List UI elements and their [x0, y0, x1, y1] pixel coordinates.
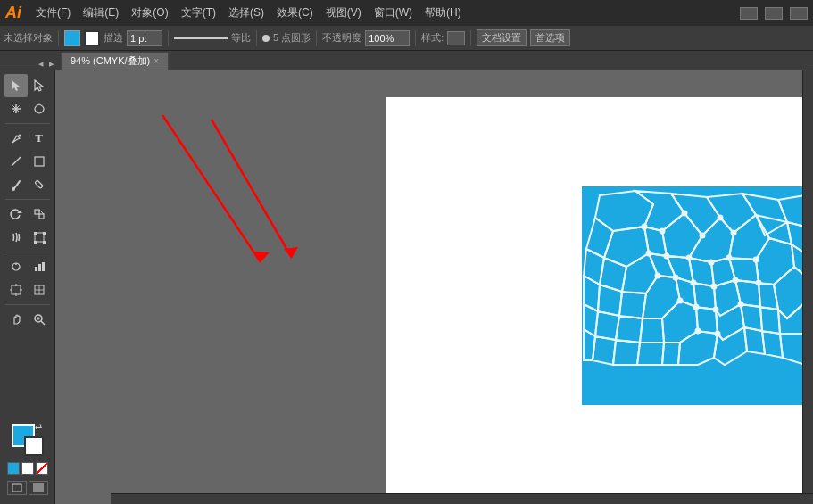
tool-row-pen: T [2, 127, 54, 150]
menu-help[interactable]: 帮助(H) [419, 4, 467, 22]
white-swatch[interactable] [21, 462, 34, 475]
tab-close-button[interactable]: × [153, 56, 159, 66]
select-tool-button[interactable] [4, 74, 28, 97]
svg-point-49 [687, 256, 692, 260]
svg-point-58 [678, 299, 683, 303]
tab-nav-right[interactable]: ▸ [46, 58, 57, 70]
menu-object[interactable]: 对象(O) [126, 4, 173, 22]
window-max[interactable] [765, 7, 783, 20]
svg-point-63 [696, 329, 701, 334]
stroke-width-input[interactable] [127, 30, 162, 46]
fill-color-box[interactable] [64, 30, 80, 46]
brush-tool-button[interactable] [4, 173, 28, 196]
opacity-label: 不透明度 [322, 31, 361, 45]
free-transform-tool-button[interactable] [28, 226, 51, 249]
vertical-scrollbar[interactable] [802, 70, 813, 493]
svg-rect-18 [34, 241, 37, 244]
window-close[interactable] [790, 7, 808, 20]
artwork [582, 186, 809, 405]
menu-file[interactable]: 文件(F) [30, 4, 76, 22]
menu-type[interactable]: 文字(T) [176, 4, 221, 22]
window-min[interactable] [740, 7, 758, 20]
style-swatch[interactable] [447, 31, 465, 45]
stroke-color-box[interactable] [84, 30, 100, 46]
horizontal-scrollbar[interactable] [111, 493, 813, 504]
tool-divider-2 [5, 199, 50, 200]
svg-point-62 [757, 281, 761, 285]
svg-point-57 [754, 258, 759, 262]
dot-count-label: 5 点圆形 [273, 31, 311, 45]
toolbar-separator-6 [470, 30, 471, 46]
svg-line-36 [41, 321, 45, 325]
swap-colors-icon[interactable]: ⇄ [35, 422, 46, 433]
svg-marker-68 [284, 247, 298, 258]
menu-bar: 文件(F) 编辑(E) 对象(O) 文字(T) 选择(S) 效果(C) 视图(V… [30, 4, 467, 22]
tab-bar: ◂ ▸ 94% (CMYK/叠加) × [0, 51, 813, 70]
voronoi-pattern [582, 186, 809, 405]
opacity-input[interactable] [365, 30, 410, 46]
toolbar-separator-3 [256, 30, 257, 46]
menu-select[interactable]: 选择(S) [223, 4, 270, 22]
hand-tool-button[interactable] [4, 308, 28, 331]
pen-tool-button[interactable] [4, 127, 28, 150]
zoom-tool-button[interactable] [28, 308, 51, 331]
blue-swatch[interactable] [7, 462, 20, 475]
background-color[interactable] [24, 436, 44, 456]
direct-select-tool-button[interactable] [28, 74, 51, 97]
line-tool-button[interactable] [4, 150, 28, 173]
full-screen-button[interactable] [29, 481, 48, 495]
svg-point-59 [694, 305, 699, 310]
menu-effect[interactable]: 效果(C) [271, 4, 319, 22]
svg-point-22 [12, 268, 14, 269]
svg-rect-10 [35, 180, 43, 188]
artboard-tool-button[interactable] [4, 278, 28, 302]
svg-point-42 [660, 229, 665, 234]
svg-line-67 [212, 120, 292, 258]
svg-rect-16 [34, 232, 37, 235]
svg-rect-24 [35, 267, 37, 271]
svg-marker-0 [12, 80, 20, 91]
svg-point-23 [18, 268, 20, 269]
svg-point-21 [15, 263, 17, 265]
pencil-tool-button[interactable] [28, 173, 51, 196]
svg-point-47 [647, 252, 651, 256]
tool-row-shapes [2, 150, 54, 173]
normal-view-button[interactable] [7, 481, 27, 495]
magic-wand-tool-button[interactable] [4, 97, 28, 120]
preferences-button[interactable]: 首选项 [530, 29, 570, 46]
svg-point-41 [643, 225, 647, 229]
menu-view[interactable]: 视图(V) [320, 4, 367, 22]
svg-rect-12 [35, 210, 39, 214]
color-boxes: ⇄ [12, 424, 44, 456]
color-swatches [7, 462, 48, 475]
document-tab[interactable]: 94% (CMYK/叠加) × [61, 52, 169, 70]
view-controls [7, 481, 48, 495]
svg-rect-13 [39, 214, 44, 219]
toolbar-separator-2 [168, 30, 169, 46]
svg-rect-8 [35, 157, 44, 166]
artboard [386, 97, 813, 499]
rect-tool-button[interactable] [28, 150, 51, 173]
title-bar: Ai 文件(F) 编辑(E) 对象(O) 文字(T) 选择(S) 效果(C) 视… [0, 0, 813, 26]
menu-window[interactable]: 窗口(W) [369, 4, 418, 22]
graph-tool-button[interactable] [28, 255, 51, 278]
tool-divider-3 [5, 252, 50, 252]
type-tool-button[interactable]: T [28, 127, 51, 150]
none-swatch[interactable] [36, 462, 48, 475]
svg-rect-40 [33, 483, 44, 492]
scale-tool-button[interactable] [28, 202, 51, 226]
symbol-tool-button[interactable] [4, 255, 28, 278]
warp-tool-button[interactable] [4, 226, 28, 249]
doc-settings-button[interactable]: 文档设置 [477, 29, 527, 46]
svg-point-60 [714, 308, 718, 312]
svg-point-9 [12, 187, 15, 191]
slice-tool-button[interactable] [28, 278, 51, 302]
svg-line-65 [162, 115, 261, 262]
tool-row-select [2, 74, 54, 97]
svg-rect-19 [43, 241, 46, 244]
svg-line-14 [39, 210, 44, 214]
rotate-tool-button[interactable] [4, 202, 28, 226]
lasso-tool-button[interactable] [28, 97, 51, 120]
menu-edit[interactable]: 编辑(E) [78, 4, 124, 22]
tab-nav-left[interactable]: ◂ [36, 58, 46, 70]
